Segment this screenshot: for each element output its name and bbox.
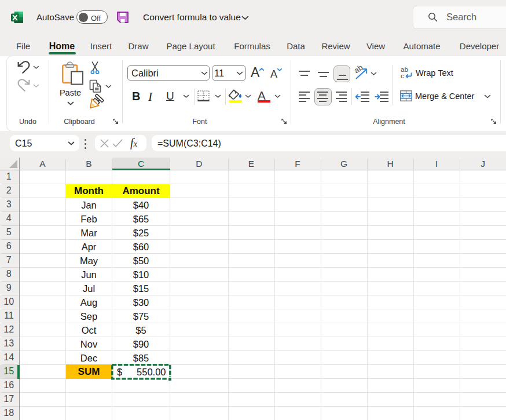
svg-text:c: c [401,72,404,79]
